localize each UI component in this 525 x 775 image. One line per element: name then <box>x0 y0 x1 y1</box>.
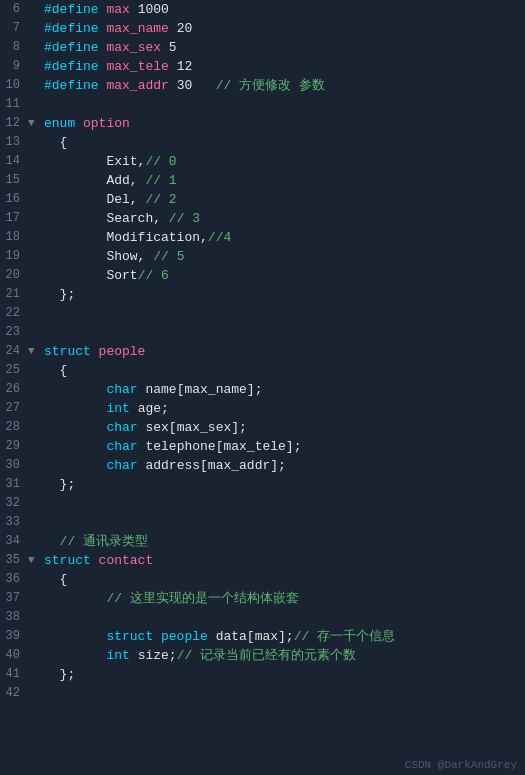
code-line: 18 Modification,//4 <box>0 228 525 247</box>
line-number: 13 <box>0 133 28 152</box>
code-text: struct people <box>42 342 525 361</box>
line-number: 26 <box>0 380 28 399</box>
line-number: 21 <box>0 285 28 304</box>
line-number: 39 <box>0 627 28 646</box>
line-number: 41 <box>0 665 28 684</box>
code-editor: 6 #define max 10007 #define max_name 208… <box>0 0 525 775</box>
line-number: 24 <box>0 342 28 361</box>
code-line: 6 #define max 1000 <box>0 0 525 19</box>
code-text: char sex[max_sex]; <box>42 418 525 437</box>
code-line: 7 #define max_name 20 <box>0 19 525 38</box>
code-line: 22 <box>0 304 525 323</box>
line-number: 22 <box>0 304 28 323</box>
code-text: #define max_addr 30 // 方便修改 参数 <box>42 76 525 95</box>
line-number: 33 <box>0 513 28 532</box>
line-number: 11 <box>0 95 28 114</box>
code-text: char address[max_addr]; <box>42 456 525 475</box>
code-line: 23 <box>0 323 525 342</box>
code-line: 36 { <box>0 570 525 589</box>
line-number: 31 <box>0 475 28 494</box>
code-text: Search, // 3 <box>42 209 525 228</box>
line-number: 18 <box>0 228 28 247</box>
code-text: { <box>42 133 525 152</box>
code-line: 29 char telephone[max_tele]; <box>0 437 525 456</box>
line-number: 23 <box>0 323 28 342</box>
line-number: 25 <box>0 361 28 380</box>
line-number: 35 <box>0 551 28 570</box>
code-text: char name[max_name]; <box>42 380 525 399</box>
line-number: 9 <box>0 57 28 76</box>
code-text: #define max 1000 <box>42 0 525 19</box>
code-text: // 这里实现的是一个结构体嵌套 <box>42 589 525 608</box>
code-line: 20 Sort// 6 <box>0 266 525 285</box>
code-line: 40 int size;// 记录当前已经有的元素个数 <box>0 646 525 665</box>
line-number: 36 <box>0 570 28 589</box>
code-text: }; <box>42 285 525 304</box>
line-number: 7 <box>0 19 28 38</box>
fold-icon[interactable]: ▼ <box>28 114 42 133</box>
code-text: }; <box>42 665 525 684</box>
code-text: #define max_tele 12 <box>42 57 525 76</box>
code-text: char telephone[max_tele]; <box>42 437 525 456</box>
code-line: 42 <box>0 684 525 703</box>
line-number: 27 <box>0 399 28 418</box>
code-line: 32 <box>0 494 525 513</box>
line-number: 28 <box>0 418 28 437</box>
code-text: int size;// 记录当前已经有的元素个数 <box>42 646 525 665</box>
code-line: 27 int age; <box>0 399 525 418</box>
code-line: 10 #define max_addr 30 // 方便修改 参数 <box>0 76 525 95</box>
code-text: Exit,// 0 <box>42 152 525 171</box>
watermark: CSDN @DarkAndGrey <box>405 759 517 771</box>
code-line: 13 { <box>0 133 525 152</box>
line-number: 38 <box>0 608 28 627</box>
line-number: 29 <box>0 437 28 456</box>
code-line: 14 Exit,// 0 <box>0 152 525 171</box>
code-line: 15 Add, // 1 <box>0 171 525 190</box>
code-line: 17 Search, // 3 <box>0 209 525 228</box>
code-text: int age; <box>42 399 525 418</box>
line-number: 14 <box>0 152 28 171</box>
line-number: 37 <box>0 589 28 608</box>
code-text: { <box>42 570 525 589</box>
code-text: Del, // 2 <box>42 190 525 209</box>
code-line: 35▼struct contact <box>0 551 525 570</box>
code-line: 28 char sex[max_sex]; <box>0 418 525 437</box>
code-text: Modification,//4 <box>42 228 525 247</box>
code-line: 26 char name[max_name]; <box>0 380 525 399</box>
code-line: 8 #define max_sex 5 <box>0 38 525 57</box>
code-line: 30 char address[max_addr]; <box>0 456 525 475</box>
code-text: }; <box>42 475 525 494</box>
fold-icon[interactable]: ▼ <box>28 342 42 361</box>
line-number: 40 <box>0 646 28 665</box>
code-line: 37 // 这里实现的是一个结构体嵌套 <box>0 589 525 608</box>
line-number: 15 <box>0 171 28 190</box>
line-number: 12 <box>0 114 28 133</box>
code-line: 38 <box>0 608 525 627</box>
code-text: struct people data[max];// 存一千个信息 <box>42 627 525 646</box>
line-number: 8 <box>0 38 28 57</box>
code-line: 41 }; <box>0 665 525 684</box>
code-line: 39 struct people data[max];// 存一千个信息 <box>0 627 525 646</box>
fold-icon[interactable]: ▼ <box>28 551 42 570</box>
code-text: // 通讯录类型 <box>42 532 525 551</box>
code-line: 16 Del, // 2 <box>0 190 525 209</box>
code-text: #define max_sex 5 <box>42 38 525 57</box>
code-line: 33 <box>0 513 525 532</box>
code-text: enum option <box>42 114 525 133</box>
line-number: 42 <box>0 684 28 703</box>
code-line: 24▼struct people <box>0 342 525 361</box>
code-line: 21 }; <box>0 285 525 304</box>
code-text: Show, // 5 <box>42 247 525 266</box>
line-number: 17 <box>0 209 28 228</box>
code-line: 12▼enum option <box>0 114 525 133</box>
code-text: struct contact <box>42 551 525 570</box>
code-line: 25 { <box>0 361 525 380</box>
code-line: 31 }; <box>0 475 525 494</box>
code-text: Add, // 1 <box>42 171 525 190</box>
line-number: 34 <box>0 532 28 551</box>
line-number: 20 <box>0 266 28 285</box>
code-line: 11 <box>0 95 525 114</box>
code-line: 34 // 通讯录类型 <box>0 532 525 551</box>
code-text: #define max_name 20 <box>42 19 525 38</box>
line-number: 10 <box>0 76 28 95</box>
